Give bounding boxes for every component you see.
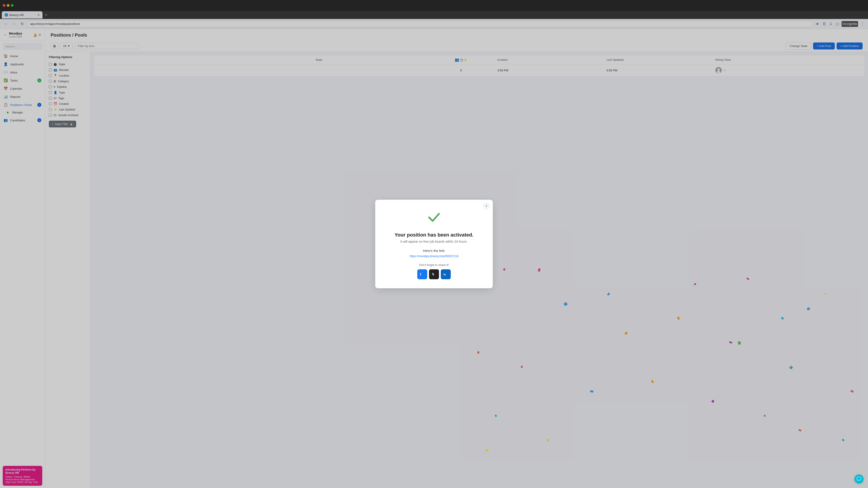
share-buttons: f 𝕏 in (386, 269, 482, 279)
svg-text:f: f (420, 272, 421, 276)
svg-text:in: in (443, 273, 446, 276)
modal-subtitle: It will appear on free job boards within… (386, 240, 482, 243)
modal-link-url[interactable]: https://moodjoy.breezy.hr/p/59357218 (386, 254, 482, 258)
modal-close-button[interactable]: × (483, 203, 490, 209)
share-twitter-button[interactable]: 𝕏 (429, 269, 439, 279)
svg-text:𝕏: 𝕏 (432, 272, 434, 276)
modal-overlay: × Your position has been activated. It w… (0, 0, 868, 488)
support-chat-button[interactable] (855, 475, 864, 484)
modal-share-label: Don't forget to share it! (386, 263, 482, 267)
modal-link-label: Here's the link: (386, 249, 482, 253)
success-modal: × Your position has been activated. It w… (375, 200, 493, 288)
svg-rect-6 (857, 477, 861, 480)
success-checkmark-icon (386, 209, 482, 228)
share-facebook-button[interactable]: f (417, 269, 427, 279)
modal-title: Your position has been activated. (386, 232, 482, 238)
share-linkedin-button[interactable]: in (441, 269, 451, 279)
